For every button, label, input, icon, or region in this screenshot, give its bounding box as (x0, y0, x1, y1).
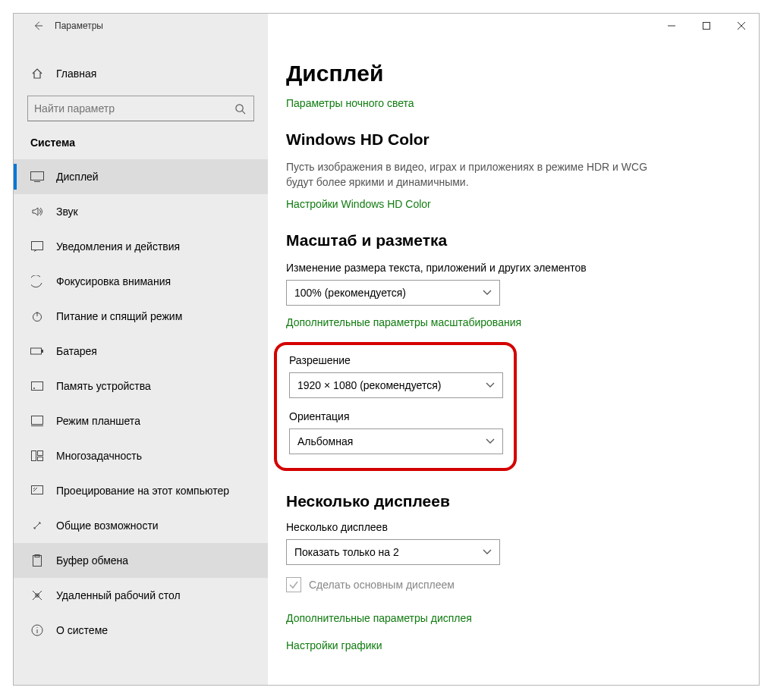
svg-rect-6 (42, 350, 43, 353)
multi-value: Показать только на 2 (294, 546, 399, 558)
svg-rect-7 (32, 382, 43, 391)
sidebar-item-label: Фокусировка внимания (56, 275, 171, 287)
hdcolor-heading: Windows HD Color (286, 130, 736, 149)
highlight-box: Разрешение 1920 × 1080 (рекомендуется) О… (274, 342, 517, 471)
display-icon (30, 171, 44, 182)
graphics-link[interactable]: Настройки графики (286, 639, 736, 651)
minimize-icon (668, 22, 675, 30)
sidebar-item-tablet[interactable]: Режим планшета (14, 403, 268, 438)
window-title: Параметры (55, 20, 103, 31)
window-inner: Параметры Главная (13, 13, 760, 686)
content: Дисплей Параметры ночного света Windows … (268, 38, 759, 685)
sidebar: Главная Система Дисплей Звук (14, 38, 268, 685)
scale-value: 100% (рекомендуется) (294, 287, 406, 299)
chevron-down-icon (483, 549, 492, 555)
sidebar-item-label: Режим планшета (56, 415, 140, 427)
maximize-button[interactable] (689, 14, 724, 38)
sidebar-item-focus[interactable]: Фокусировка внимания (14, 264, 268, 299)
sidebar-item-label: О системе (56, 624, 108, 636)
sidebar-item-notifications[interactable]: Уведомления и действия (14, 229, 268, 264)
chevron-down-icon (483, 290, 492, 296)
sidebar-item-label: Питание и спящий режим (56, 310, 182, 322)
storage-icon (30, 381, 44, 391)
make-main-checkbox (286, 577, 301, 592)
sidebar-item-label: Звук (56, 206, 78, 218)
sidebar-item-remote[interactable]: Удаленный рабочий стол (14, 578, 268, 613)
multitask-icon (30, 450, 44, 461)
svg-rect-11 (38, 451, 43, 456)
close-icon (738, 22, 745, 30)
scale-label: Изменение размера текста, приложений и д… (286, 262, 736, 274)
multi-dropdown[interactable]: Показать только на 2 (286, 539, 500, 565)
orientation-dropdown[interactable]: Альбомная (289, 428, 503, 454)
svg-point-1 (235, 104, 242, 111)
battery-icon (30, 347, 44, 356)
projecting-icon (30, 485, 44, 496)
window-controls (268, 14, 759, 38)
orientation-value: Альбомная (297, 435, 353, 447)
sidebar-item-clipboard[interactable]: Буфер обмена (14, 543, 268, 578)
night-light-link[interactable]: Параметры ночного света (286, 97, 414, 109)
scale-link[interactable]: Дополнительные параметры масштабирования (286, 316, 521, 328)
svg-rect-9 (32, 416, 43, 425)
group-header: Система (14, 137, 268, 159)
sidebar-item-label: Батарея (56, 345, 97, 357)
sidebar-item-about[interactable]: О системе (14, 613, 268, 648)
maximize-icon (703, 22, 710, 30)
search-icon (232, 103, 247, 115)
multi-heading: Несколько дисплеев (286, 492, 736, 510)
adv-display-link[interactable]: Дополнительные параметры дисплея (286, 612, 736, 624)
make-main-row: Сделать основным дисплеем (286, 577, 736, 592)
sidebar-item-label: Многозадачность (56, 450, 142, 462)
sidebar-item-multitask[interactable]: Многозадачность (14, 438, 268, 473)
search-field[interactable] (34, 102, 232, 115)
check-icon (288, 579, 299, 590)
sidebar-item-power[interactable]: Питание и спящий режим (14, 299, 268, 334)
arrow-left-icon (33, 20, 43, 31)
search-input[interactable] (27, 96, 254, 121)
scale-heading: Масштаб и разметка (286, 231, 736, 250)
close-button[interactable] (724, 14, 759, 38)
sidebar-item-label: Удаленный рабочий стол (56, 589, 181, 601)
nav-home-label: Главная (56, 67, 96, 80)
sidebar-item-sound[interactable]: Звук (14, 194, 268, 229)
chevron-down-icon (486, 382, 495, 388)
resolution-dropdown[interactable]: 1920 × 1080 (рекомендуется) (289, 372, 503, 398)
svg-rect-5 (31, 348, 42, 354)
resolution-value: 1920 × 1080 (рекомендуется) (297, 379, 441, 391)
sidebar-item-label: Проецирование на этот компьютер (56, 485, 229, 497)
sidebar-item-label: Буфер обмена (56, 554, 128, 567)
make-main-label: Сделать основным дисплеем (309, 579, 455, 591)
remote-icon (30, 589, 44, 601)
orientation-label: Ориентация (289, 410, 502, 422)
sidebar-item-shared[interactable]: Общие возможности (14, 508, 268, 543)
notifications-icon (30, 241, 44, 252)
power-icon (30, 310, 44, 322)
sidebar-item-battery[interactable]: Батарея (14, 334, 268, 369)
scale-dropdown[interactable]: 100% (рекомендуется) (286, 280, 500, 306)
resolution-label: Разрешение (289, 354, 502, 366)
minimize-button[interactable] (654, 14, 689, 38)
shared-icon (30, 520, 44, 532)
settings-window: Параметры Главная (0, 0, 774, 700)
svg-rect-12 (38, 457, 43, 461)
body: Главная Система Дисплей Звук (14, 38, 759, 685)
sidebar-item-label: Дисплей (56, 171, 99, 183)
focus-icon (30, 275, 44, 287)
multi-label: Несколько дисплеев (286, 521, 736, 533)
sidebar-item-label: Память устройства (56, 380, 151, 392)
sidebar-item-display[interactable]: Дисплей (14, 159, 268, 194)
hdcolor-desc: Пусть изображения в видео, играх и прило… (286, 159, 650, 190)
sound-icon (30, 206, 44, 218)
home-icon (30, 67, 44, 80)
svg-rect-0 (703, 23, 710, 30)
svg-rect-3 (32, 242, 43, 250)
nav-home[interactable]: Главная (14, 59, 268, 88)
back-button[interactable] (26, 14, 50, 38)
sidebar-item-label: Уведомления и действия (56, 240, 180, 253)
hdcolor-link[interactable]: Настройки Windows HD Color (286, 198, 431, 210)
svg-rect-2 (31, 172, 44, 180)
svg-rect-13 (32, 486, 43, 494)
sidebar-item-storage[interactable]: Память устройства (14, 369, 268, 403)
sidebar-item-projecting[interactable]: Проецирование на этот компьютер (14, 473, 268, 508)
